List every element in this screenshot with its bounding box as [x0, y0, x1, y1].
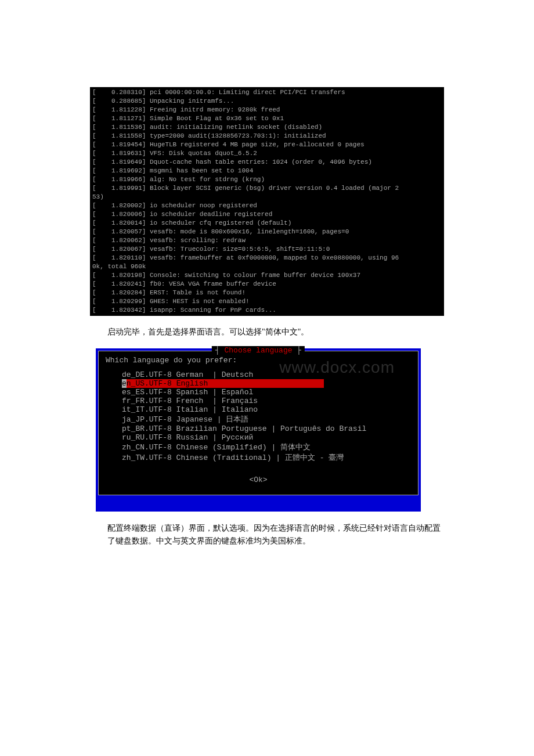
- boot-log-line: 0k, total 960k: [92, 262, 442, 271]
- boot-log-line: [ 0.288310] pci 0000:00:00.0: Limiting d…: [92, 88, 442, 97]
- boot-log-terminal: [ 0.288310] pci 0000:00:00.0: Limiting d…: [90, 87, 444, 316]
- boot-log-line: [ 1.820110] vesafb: framebuffer at 0xf00…: [92, 254, 442, 262]
- boot-log-line: [ 1.819991] Block layer SCSI generic (bs…: [92, 184, 442, 193]
- language-option[interactable]: pt_BR.UTF-8 Brazilian Portuguese | Portu…: [122, 424, 411, 433]
- boot-log-line: [ 1.820014] io scheduler cfq registered …: [92, 219, 442, 228]
- language-dialog: www.docx.com Choose language Which langu…: [96, 348, 421, 512]
- boot-log-line: [ 1.820057] vesafb: mode is 800x600x16, …: [92, 228, 442, 236]
- ok-button[interactable]: <Ok>: [106, 476, 411, 484]
- language-option[interactable]: zh_CN.UTF-8 Chinese (Simplified) | 简体中文: [122, 442, 411, 452]
- boot-log-line: [ 0.288685] Unpacking initramfs...: [92, 97, 442, 106]
- boot-log-line: [ 1.819966] alg: No test for stdrng (krn…: [92, 175, 442, 184]
- language-option[interactable]: es_ES.UTF-8 Spanish | Español: [122, 388, 411, 397]
- boot-log-line: [ 1.820284] ERST: Table is not found!: [92, 289, 442, 297]
- language-option[interactable]: de_DE.UTF-8 German | Deutsch: [122, 370, 411, 379]
- boot-log-line: [ 1.820241] fb0: VESA VGA frame buffer d…: [92, 280, 442, 289]
- boot-log-line: [ 1.820067] vesafb: Truecolor: size=0:5:…: [92, 245, 442, 254]
- boot-log-line: [ 1.820299] GHES: HEST is not enabled!: [92, 297, 442, 306]
- caption-terminal-config: 配置终端数据（直译）界面，默认选项。因为在选择语言的时候，系统已经针对语言自动配…: [107, 522, 444, 548]
- dialog-prompt: Which language do you prefer:: [106, 356, 411, 365]
- boot-log-line: [ 1.819649] Dquot-cache hash table entri…: [92, 158, 442, 167]
- boot-log-line: [ 1.819631] VFS: Disk quotas dquot_6.5.2: [92, 149, 442, 158]
- boot-log-line: [ 1.820342] isapnp: Scanning for PnP car…: [92, 306, 442, 315]
- language-option[interactable]: ja_JP.UTF-8 Japanese | 日本語: [122, 414, 411, 424]
- boot-log-line: [ 1.819454] HugeTLB registered 4 MB page…: [92, 141, 442, 149]
- language-option[interactable]: fr_FR.UTF-8 French | Français: [122, 397, 411, 405]
- boot-log-line: [ 1.811536] audit: initializing netlink …: [92, 123, 442, 132]
- dialog-bottom-strip: [98, 498, 418, 509]
- dialog-title: Choose language: [212, 346, 305, 355]
- language-option[interactable]: ru_RU.UTF-8 Russian | Русский: [122, 433, 411, 442]
- language-list: de_DE.UTF-8 German | Deutschen_US.UTF-8 …: [122, 370, 411, 463]
- boot-log-line: [ 1.820062] vesafb: scrolling: redraw: [92, 236, 442, 245]
- boot-log-line: [ 1.820006] io scheduler deadline regist…: [92, 210, 442, 219]
- boot-log-line: [ 1.820198] Console: switching to colour…: [92, 271, 442, 280]
- boot-log-line: 53): [92, 193, 442, 201]
- boot-log-line: [ 1.811271] Simple Boot Flag at 0x36 set…: [92, 114, 442, 123]
- boot-log-line: [ 1.819692] msgmni has been set to 1004: [92, 167, 442, 175]
- language-option[interactable]: it_IT.UTF-8 Italian | Italiano: [122, 405, 411, 414]
- language-option[interactable]: zh_TW.UTF-8 Chinese (Traditional) | 正體中文…: [122, 452, 411, 463]
- caption-boot-complete: 启动完毕，首先是选择界面语言。可以选择"简体中文"。: [107, 326, 444, 338]
- language-option[interactable]: en_US.UTF-8 English: [122, 379, 324, 388]
- boot-log-line: [ 1.811228] Freeing initrd memory: 9280k…: [92, 106, 442, 114]
- boot-log-line: [ 1.820002] io scheduler noop registered: [92, 201, 442, 210]
- boot-log-line: [ 1.811558] type=2000 audit(1328856723.7…: [92, 132, 442, 141]
